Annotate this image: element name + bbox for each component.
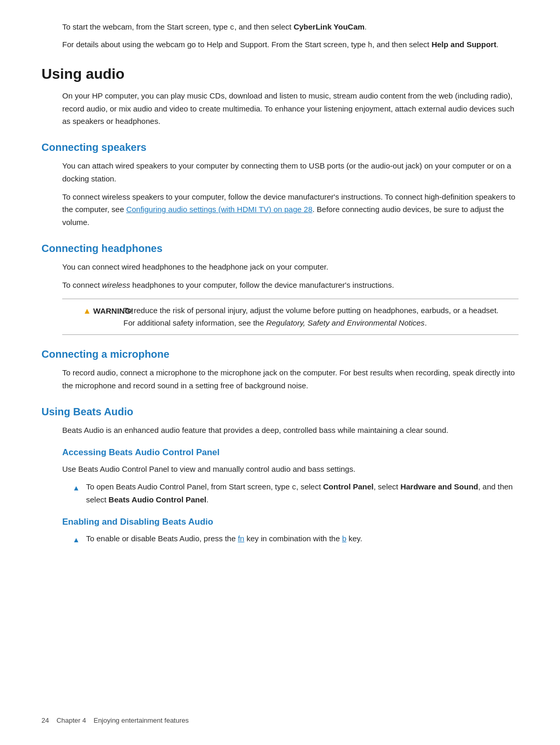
accessing-beats-bold2: Hardware and Sound (400, 482, 478, 491)
enabling-beats-title: Enabling and Disabling Beats Audio (41, 517, 519, 527)
intro-webcam-line1: To start the webcam, from the Start scre… (41, 21, 519, 33)
enabling-beats-mid: key in combination with the (244, 534, 342, 543)
intro-text-1b: , and then select (234, 22, 293, 31)
intro-text-2c: . (496, 40, 498, 49)
chapter-label: Chapter 4 (57, 716, 86, 724)
enabling-beats-end: key. (346, 534, 362, 543)
warning-italic: Regulatory, Safety and Environmental Not… (266, 318, 425, 327)
warning-content: To reduce the risk of personal injury, a… (123, 304, 511, 329)
intro-bold-help: Help and Support (431, 40, 496, 49)
connecting-speakers-title: Connecting speakers (41, 142, 519, 153)
bullet-triangle-icon: ▲ (73, 482, 80, 494)
connecting-headphones-para2-post: headphones to your computer, follow the … (130, 280, 394, 289)
enabling-bullet-triangle-icon: ▲ (73, 534, 80, 546)
warning-box: ▲ WARNING! To reduce the risk of persona… (62, 299, 519, 335)
accessing-beats-mid: , select (296, 482, 323, 491)
intro-bold-youcam: CyberLink YouCam (293, 22, 365, 31)
intro-text-2b: , and then select (372, 40, 431, 49)
connecting-speakers-para2: To connect wireless speakers to your com… (41, 191, 519, 229)
intro-webcam-line2: For details about using the webcam go to… (41, 38, 519, 51)
accessing-beats-para1: Use Beats Audio Control Panel to view an… (41, 463, 519, 476)
using-beats-description: Beats Audio is an enhanced audio feature… (41, 424, 519, 437)
connecting-headphones-title: Connecting headphones (41, 243, 519, 255)
enabling-beats-pre: To enable or disable Beats Audio, press … (86, 534, 238, 543)
intro-text-2: For details about using the webcam go to… (62, 40, 368, 49)
connecting-microphone-title: Connecting a microphone (41, 348, 519, 360)
warning-end: . (425, 318, 427, 327)
intro-text-1: To start the webcam, from the Start scre… (62, 22, 230, 31)
connecting-headphones-italic: wireless (102, 280, 130, 289)
intro-code-h: h (368, 41, 372, 49)
warning-triangle-icon: ▲ (83, 304, 91, 318)
accessing-beats-mid2: , select (374, 482, 401, 491)
accessing-beats-end: . (206, 495, 208, 504)
accessing-beats-pre: To open Beats Audio Control Panel, from … (86, 482, 292, 491)
page-number: 24 (41, 716, 49, 724)
connecting-speakers-para1: You can attach wired speakers to your co… (41, 160, 519, 186)
using-audio-description: On your HP computer, you can play music … (41, 90, 519, 128)
accessing-beats-bullet: ▲ To open Beats Audio Control Panel, fro… (41, 481, 519, 507)
accessing-beats-bold1: Control Panel (323, 482, 374, 491)
accessing-beats-bold3: Beats Audio Control Panel (108, 495, 206, 504)
warning-icon: ▲ WARNING! (83, 304, 119, 318)
page-footer: 24 Chapter 4 Enjoying entertainment feat… (41, 716, 189, 724)
b-key-link[interactable]: b (342, 534, 346, 543)
using-audio-title: Using audio (41, 66, 519, 82)
configuring-audio-link[interactable]: Configuring audio settings (with HDMI TV… (126, 205, 312, 214)
connecting-headphones-para1: You can connect wired headphones to the … (41, 261, 519, 274)
connecting-headphones-para2-pre: To connect (62, 280, 102, 289)
enabling-beats-bullet: ▲ To enable or disable Beats Audio, pres… (41, 532, 519, 546)
connecting-microphone-para1: To record audio, connect a microphone to… (41, 367, 519, 392)
using-beats-title: Using Beats Audio (41, 406, 519, 418)
chapter-title: Enjoying entertainment features (93, 716, 189, 724)
intro-code-c: c (230, 23, 234, 32)
fn-key-link[interactable]: fn (238, 534, 245, 543)
accessing-beats-bullet-text: To open Beats Audio Control Panel, from … (86, 481, 519, 507)
enabling-beats-bullet-text: To enable or disable Beats Audio, press … (86, 532, 362, 545)
intro-text-1c: . (365, 22, 367, 31)
accessing-beats-title: Accessing Beats Audio Control Panel (41, 447, 519, 458)
connecting-headphones-para2: To connect wireless headphones to your c… (41, 279, 519, 292)
